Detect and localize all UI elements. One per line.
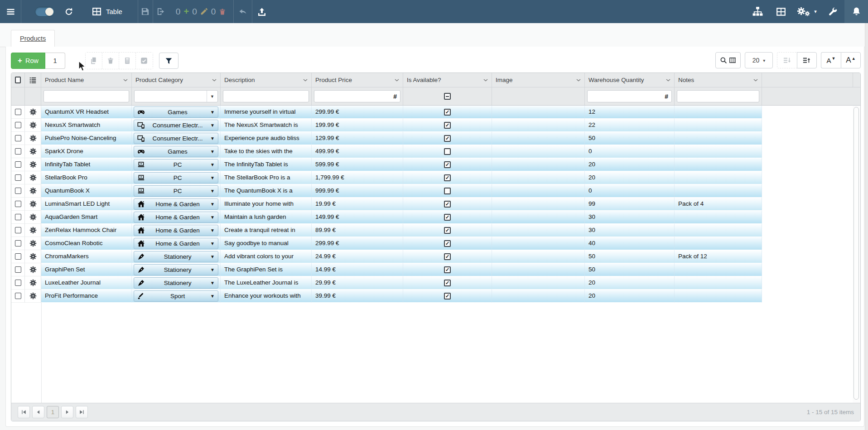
- gear-icon[interactable]: [29, 174, 37, 181]
- available-checkbox[interactable]: [444, 188, 451, 194]
- product-price-cell[interactable]: 199.99 €: [312, 119, 403, 132]
- gear-icon[interactable]: [29, 213, 37, 221]
- description-cell[interactable]: The InfinityTab Tablet is: [221, 158, 312, 171]
- notifications-button[interactable]: [844, 0, 868, 23]
- gear-icon[interactable]: [29, 200, 37, 208]
- table-row[interactable]: ChromaMarkers Stationery ▼ Add vibrant c…: [11, 250, 860, 263]
- product-name-cell[interactable]: AquaGarden Smart: [41, 211, 132, 224]
- category-filter-select[interactable]: ▼: [134, 90, 218, 102]
- image-cell[interactable]: [492, 106, 585, 119]
- warehouse-quantity-cell[interactable]: 0: [585, 184, 675, 198]
- warehouse-quantity-cell[interactable]: 20: [585, 276, 675, 290]
- table-row[interactable]: ZenRelax Hammock Chair Home & Garden ▼ C…: [11, 224, 860, 237]
- chevron-down-icon[interactable]: [483, 79, 488, 82]
- image-cell[interactable]: [492, 263, 585, 276]
- description-cell[interactable]: The GraphiPen Set is: [221, 263, 312, 276]
- select-all-button[interactable]: [136, 53, 153, 69]
- available-checkbox[interactable]: ✓: [444, 293, 451, 300]
- table-row[interactable]: PulsePro Noise-Canceling Consumer Electr…: [11, 132, 860, 145]
- category-dropdown[interactable]: Home & Garden ▼: [134, 238, 218, 249]
- warehouse-quantity-cell[interactable]: 30: [585, 224, 675, 237]
- table-row[interactable]: InfinityTab Tablet PC ▼ The InfinityTab …: [11, 158, 860, 171]
- gear-icon[interactable]: [29, 253, 37, 260]
- available-checkbox[interactable]: ✓: [444, 227, 451, 234]
- row-checkbox[interactable]: [15, 109, 21, 115]
- product-name-cell[interactable]: ProFit Performance: [41, 290, 132, 303]
- increase-font-button[interactable]: A▲: [841, 52, 861, 68]
- product-name-cell[interactable]: CosmoClean Robotic: [41, 237, 132, 250]
- product-price-cell[interactable]: 29.99 €: [312, 276, 403, 290]
- column-header-image[interactable]: Image: [492, 73, 585, 87]
- warehouse-quantity-cell[interactable]: 20: [585, 290, 675, 303]
- product-name-cell[interactable]: PulsePro Noise-Canceling: [41, 132, 132, 145]
- refresh-button[interactable]: [62, 7, 76, 16]
- image-cell[interactable]: [492, 276, 585, 290]
- available-checkbox[interactable]: ✓: [444, 161, 451, 168]
- gear-icon[interactable]: [29, 292, 37, 300]
- tab-products[interactable]: Products: [11, 30, 55, 47]
- notes-cell[interactable]: [675, 132, 762, 145]
- table-row[interactable]: LuminaSmart LED Light Home & Garden ▼ Il…: [11, 198, 860, 211]
- row-checkbox[interactable]: [15, 227, 21, 233]
- warehouse-quantity-cell[interactable]: 50: [585, 250, 675, 263]
- table-row[interactable]: StellarBook Pro PC ▼ The StellarBook Pro…: [11, 171, 860, 184]
- gear-icon[interactable]: [29, 279, 37, 286]
- notes-cell[interactable]: [675, 145, 762, 158]
- available-checkbox[interactable]: ✓: [444, 266, 451, 273]
- decrease-font-button[interactable]: A▼: [821, 52, 841, 68]
- available-checkbox[interactable]: ✓: [444, 174, 451, 181]
- gear-icon[interactable]: [29, 240, 37, 247]
- product-price-cell[interactable]: 19.99 €: [312, 198, 403, 211]
- warehouse-quantity-cell[interactable]: 0: [585, 145, 675, 158]
- copy-rows-button[interactable]: [86, 53, 102, 69]
- gear-icon[interactable]: [29, 266, 37, 273]
- search-columns-button[interactable]: [715, 52, 741, 68]
- schema-button[interactable]: [746, 0, 769, 23]
- notes-cell[interactable]: [675, 224, 762, 237]
- row-checkbox[interactable]: [15, 122, 21, 128]
- notes-cell[interactable]: [675, 184, 762, 198]
- description-cell[interactable]: The LuxeLeather Journal is: [221, 276, 312, 290]
- menu-button[interactable]: [0, 8, 21, 16]
- warehouse-quantity-cell[interactable]: 40: [585, 237, 675, 250]
- chevron-down-icon[interactable]: [666, 79, 670, 82]
- description-cell[interactable]: Take to the skies with the: [221, 145, 312, 158]
- tools-button[interactable]: [821, 0, 844, 23]
- last-page-button[interactable]: [76, 406, 88, 418]
- tables-button[interactable]: [769, 0, 793, 23]
- scrollbar-thumb[interactable]: [854, 107, 859, 400]
- row-checkbox[interactable]: [15, 201, 21, 207]
- chevron-down-icon[interactable]: [395, 79, 399, 82]
- table-row[interactable]: AquaGarden Smart Home & Garden ▼ Maintai…: [11, 211, 860, 224]
- image-cell[interactable]: [492, 132, 585, 145]
- product-name-cell[interactable]: QuantumBook X: [41, 184, 132, 198]
- category-dropdown[interactable]: PC ▼: [134, 159, 218, 170]
- notes-cell[interactable]: [675, 119, 762, 132]
- description-cell[interactable]: Add vibrant colors to your: [221, 250, 312, 263]
- column-header-notes[interactable]: Notes: [675, 73, 762, 87]
- category-dropdown[interactable]: Stationery ▼: [134, 277, 218, 289]
- table-row[interactable]: QuantumBook X PC ▼ The QuantumBook X is …: [11, 184, 860, 198]
- column-header-product-category[interactable]: Product Category: [132, 73, 221, 87]
- table-row[interactable]: GraphiPen Set Stationery ▼ The GraphiPen…: [11, 263, 860, 276]
- warehouse-quantity-cell[interactable]: 30: [585, 211, 675, 224]
- product-name-cell[interactable]: GraphiPen Set: [41, 263, 132, 276]
- warehouse-quantity-cell[interactable]: 22: [585, 119, 675, 132]
- save-button[interactable]: [138, 7, 153, 16]
- gear-icon[interactable]: [29, 161, 37, 168]
- column-header-product-price[interactable]: Product Price: [312, 73, 403, 87]
- description-filter-input[interactable]: [223, 90, 309, 102]
- select-all-header[interactable]: [11, 73, 25, 87]
- table-row[interactable]: ProFit Performance Sport ▼ Enhance your …: [11, 290, 860, 303]
- notes-cell[interactable]: [675, 158, 762, 171]
- product-name-cell[interactable]: SparkX Drone: [41, 145, 132, 158]
- row-checkbox[interactable]: [15, 240, 21, 246]
- column-header-is-available[interactable]: Is Available?: [403, 73, 492, 87]
- available-checkbox[interactable]: ✓: [444, 122, 451, 129]
- vertical-scrollbar[interactable]: [853, 106, 860, 403]
- undo-button[interactable]: [234, 7, 252, 16]
- row-checkbox[interactable]: [15, 174, 21, 181]
- category-dropdown[interactable]: Consumer Electr... ▼: [134, 133, 218, 144]
- available-checkbox[interactable]: ✓: [444, 253, 451, 260]
- category-dropdown[interactable]: PC ▼: [134, 185, 218, 197]
